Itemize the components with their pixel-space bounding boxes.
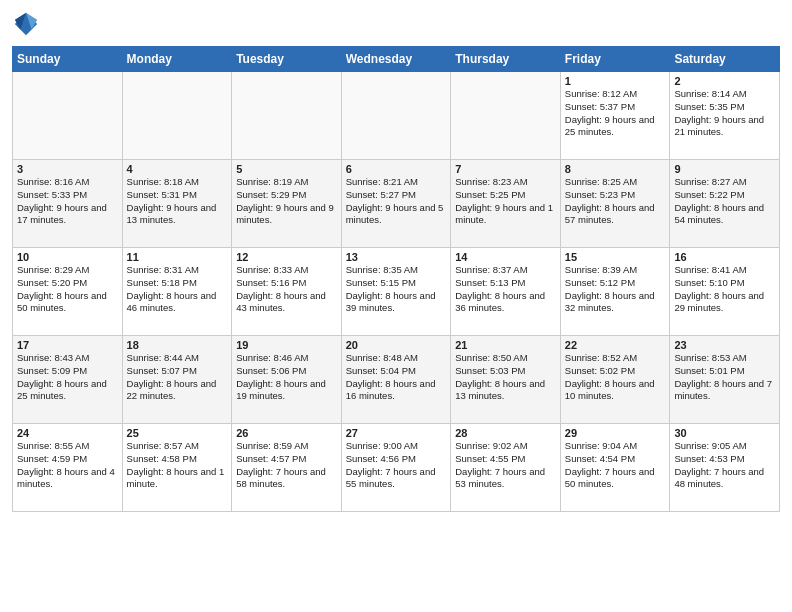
header: [12, 10, 780, 38]
day-info-line: Sunset: 5:25 PM: [455, 189, 556, 202]
day-number: 13: [346, 251, 447, 263]
day-info-line: Sunrise: 8:57 AM: [127, 440, 228, 453]
day-info-line: Sunset: 4:59 PM: [17, 453, 118, 466]
day-info-line: Daylight: 8 hours and 4 minutes.: [17, 466, 118, 492]
calendar-cell: 19Sunrise: 8:46 AMSunset: 5:06 PMDayligh…: [232, 336, 342, 424]
calendar-cell: 16Sunrise: 8:41 AMSunset: 5:10 PMDayligh…: [670, 248, 780, 336]
calendar-cell: 26Sunrise: 8:59 AMSunset: 4:57 PMDayligh…: [232, 424, 342, 512]
calendar-week-row: 3Sunrise: 8:16 AMSunset: 5:33 PMDaylight…: [13, 160, 780, 248]
day-info-line: Daylight: 8 hours and 22 minutes.: [127, 378, 228, 404]
day-info-line: Sunrise: 8:53 AM: [674, 352, 775, 365]
day-info-line: Sunrise: 8:44 AM: [127, 352, 228, 365]
day-info-line: Sunset: 4:53 PM: [674, 453, 775, 466]
day-info-line: Sunrise: 8:14 AM: [674, 88, 775, 101]
day-number: 21: [455, 339, 556, 351]
logo: [12, 10, 44, 38]
day-info-line: Sunset: 5:10 PM: [674, 277, 775, 290]
calendar-cell: [341, 72, 451, 160]
day-info-line: Sunrise: 8:33 AM: [236, 264, 337, 277]
day-info-line: Sunset: 5:04 PM: [346, 365, 447, 378]
calendar-week-row: 24Sunrise: 8:55 AMSunset: 4:59 PMDayligh…: [13, 424, 780, 512]
day-info-line: Daylight: 8 hours and 46 minutes.: [127, 290, 228, 316]
day-info-line: Sunset: 5:22 PM: [674, 189, 775, 202]
calendar-cell: 10Sunrise: 8:29 AMSunset: 5:20 PMDayligh…: [13, 248, 123, 336]
day-info-line: Sunrise: 8:52 AM: [565, 352, 666, 365]
day-info-line: Daylight: 7 hours and 50 minutes.: [565, 466, 666, 492]
day-info-line: Daylight: 7 hours and 55 minutes.: [346, 466, 447, 492]
day-info-line: Sunset: 5:09 PM: [17, 365, 118, 378]
calendar-cell: 13Sunrise: 8:35 AMSunset: 5:15 PMDayligh…: [341, 248, 451, 336]
day-info-line: Sunset: 4:54 PM: [565, 453, 666, 466]
day-info-line: Sunrise: 8:29 AM: [17, 264, 118, 277]
day-number: 27: [346, 427, 447, 439]
day-info-line: Sunset: 5:13 PM: [455, 277, 556, 290]
calendar-cell: 11Sunrise: 8:31 AMSunset: 5:18 PMDayligh…: [122, 248, 232, 336]
day-info-line: Sunset: 5:16 PM: [236, 277, 337, 290]
logo-icon: [12, 10, 40, 38]
day-info-line: Sunrise: 8:41 AM: [674, 264, 775, 277]
calendar-cell: 3Sunrise: 8:16 AMSunset: 5:33 PMDaylight…: [13, 160, 123, 248]
weekday-header: Saturday: [670, 47, 780, 72]
day-info-line: Daylight: 9 hours and 17 minutes.: [17, 202, 118, 228]
day-info-line: Sunset: 5:18 PM: [127, 277, 228, 290]
day-info-line: Sunrise: 8:35 AM: [346, 264, 447, 277]
calendar-cell: [232, 72, 342, 160]
day-info-line: Sunset: 5:03 PM: [455, 365, 556, 378]
calendar-table: SundayMondayTuesdayWednesdayThursdayFrid…: [12, 46, 780, 512]
day-number: 25: [127, 427, 228, 439]
calendar-cell: 12Sunrise: 8:33 AMSunset: 5:16 PMDayligh…: [232, 248, 342, 336]
day-info-line: Sunrise: 8:39 AM: [565, 264, 666, 277]
day-number: 12: [236, 251, 337, 263]
day-info-line: Sunset: 4:56 PM: [346, 453, 447, 466]
day-info-line: Sunset: 5:35 PM: [674, 101, 775, 114]
calendar-cell: 29Sunrise: 9:04 AMSunset: 4:54 PMDayligh…: [560, 424, 670, 512]
day-info-line: Sunrise: 8:19 AM: [236, 176, 337, 189]
day-info-line: Sunset: 5:31 PM: [127, 189, 228, 202]
day-info-line: Sunrise: 8:23 AM: [455, 176, 556, 189]
day-info-line: Sunset: 4:55 PM: [455, 453, 556, 466]
day-info-line: Sunset: 5:06 PM: [236, 365, 337, 378]
calendar-cell: 6Sunrise: 8:21 AMSunset: 5:27 PMDaylight…: [341, 160, 451, 248]
day-number: 14: [455, 251, 556, 263]
calendar-cell: [122, 72, 232, 160]
calendar-cell: [451, 72, 561, 160]
day-number: 11: [127, 251, 228, 263]
day-info-line: Daylight: 9 hours and 9 minutes.: [236, 202, 337, 228]
day-info-line: Daylight: 9 hours and 5 minutes.: [346, 202, 447, 228]
day-info-line: Daylight: 8 hours and 29 minutes.: [674, 290, 775, 316]
day-info-line: Daylight: 8 hours and 57 minutes.: [565, 202, 666, 228]
day-info-line: Sunrise: 9:00 AM: [346, 440, 447, 453]
weekday-header: Sunday: [13, 47, 123, 72]
day-number: 8: [565, 163, 666, 175]
day-info-line: Daylight: 8 hours and 32 minutes.: [565, 290, 666, 316]
calendar-cell: [13, 72, 123, 160]
day-info-line: Sunrise: 8:48 AM: [346, 352, 447, 365]
day-info-line: Sunrise: 8:50 AM: [455, 352, 556, 365]
day-number: 24: [17, 427, 118, 439]
day-number: 18: [127, 339, 228, 351]
day-info-line: Sunset: 5:07 PM: [127, 365, 228, 378]
day-info-line: Daylight: 9 hours and 25 minutes.: [565, 114, 666, 140]
calendar-cell: 17Sunrise: 8:43 AMSunset: 5:09 PMDayligh…: [13, 336, 123, 424]
day-number: 22: [565, 339, 666, 351]
day-info-line: Sunrise: 8:27 AM: [674, 176, 775, 189]
day-info-line: Sunset: 5:20 PM: [17, 277, 118, 290]
calendar-cell: 5Sunrise: 8:19 AMSunset: 5:29 PMDaylight…: [232, 160, 342, 248]
day-info-line: Sunrise: 8:25 AM: [565, 176, 666, 189]
day-info-line: Sunrise: 8:59 AM: [236, 440, 337, 453]
calendar-cell: 15Sunrise: 8:39 AMSunset: 5:12 PMDayligh…: [560, 248, 670, 336]
calendar-cell: 23Sunrise: 8:53 AMSunset: 5:01 PMDayligh…: [670, 336, 780, 424]
day-number: 10: [17, 251, 118, 263]
day-number: 26: [236, 427, 337, 439]
day-number: 1: [565, 75, 666, 87]
day-info-line: Daylight: 8 hours and 25 minutes.: [17, 378, 118, 404]
calendar-week-row: 17Sunrise: 8:43 AMSunset: 5:09 PMDayligh…: [13, 336, 780, 424]
day-info-line: Daylight: 9 hours and 1 minute.: [455, 202, 556, 228]
day-info-line: Sunset: 5:12 PM: [565, 277, 666, 290]
day-info-line: Sunset: 5:29 PM: [236, 189, 337, 202]
day-number: 9: [674, 163, 775, 175]
day-info-line: Sunrise: 9:02 AM: [455, 440, 556, 453]
calendar-cell: 8Sunrise: 8:25 AMSunset: 5:23 PMDaylight…: [560, 160, 670, 248]
day-info-line: Sunrise: 8:18 AM: [127, 176, 228, 189]
day-info-line: Sunset: 4:57 PM: [236, 453, 337, 466]
